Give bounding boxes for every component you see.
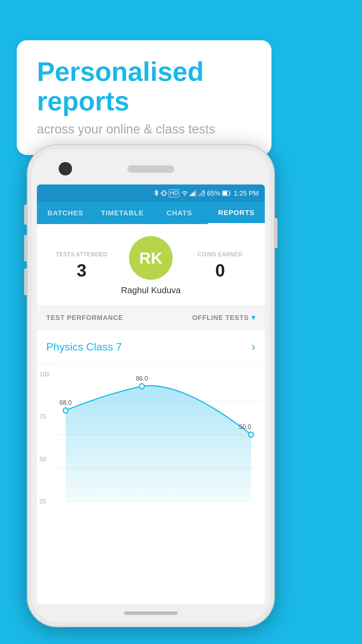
- avatar-block: RK Raghul Kuduva: [116, 236, 186, 296]
- no-signal-icon: [198, 190, 205, 196]
- svg-rect-10: [203, 190, 205, 196]
- phone-inner: HD: [32, 149, 270, 622]
- speech-bubble: Personalised reports across your online …: [17, 40, 272, 155]
- class-name: Physics Class 7: [46, 341, 122, 353]
- bubble-title: Personalised reports: [37, 57, 251, 116]
- svg-rect-3: [190, 194, 191, 196]
- data-label-1: 68.0: [60, 399, 72, 406]
- line-chart: 68.0 86.0 50.0: [55, 368, 261, 502]
- volume-up-button: [24, 205, 27, 225]
- chart-area: 100 75 50 25: [37, 364, 265, 505]
- y-label-100: 100: [40, 371, 50, 378]
- signal-icon: [190, 190, 197, 196]
- nav-tabs: BATCHES TIMETABLE CHATS REPORTS: [37, 202, 265, 224]
- tests-attended-label: TESTS ATTENDED: [47, 252, 116, 258]
- chevron-down-icon: ▾: [251, 313, 255, 322]
- performance-bar: TEST PERFORMANCE OFFLINE TESTS ▾: [37, 306, 265, 330]
- vibrate-icon: [161, 190, 167, 197]
- home-indicator: [124, 611, 178, 615]
- profile-section: TESTS ATTENDED 3 RK Raghul Kuduva COINS …: [37, 224, 265, 306]
- coins-earned-label: COINS EARNED: [185, 252, 255, 258]
- svg-rect-7: [198, 194, 200, 196]
- coins-earned-block: COINS EARNED 0: [185, 252, 255, 280]
- volume-down-button: [24, 235, 27, 262]
- tab-batches[interactable]: BATCHES: [37, 202, 94, 224]
- svg-rect-0: [163, 191, 165, 196]
- test-performance-label: TEST PERFORMANCE: [46, 314, 123, 322]
- svg-rect-13: [223, 192, 227, 195]
- svg-rect-8: [200, 193, 201, 196]
- tab-reports[interactable]: REPORTS: [208, 202, 265, 224]
- tests-attended-block: TESTS ATTENDED 3: [47, 252, 116, 280]
- battery-percent: 65%: [207, 190, 220, 197]
- user-name: Raghul Kuduva: [121, 285, 181, 296]
- y-label-50: 50: [40, 456, 50, 463]
- y-label-75: 75: [40, 413, 50, 420]
- phone-frame: HD: [27, 144, 275, 627]
- coins-earned-value: 0: [185, 260, 255, 280]
- status-bar: HD: [37, 184, 265, 202]
- phone-screen: HD: [37, 184, 265, 604]
- svg-rect-6: [195, 190, 196, 196]
- data-label-2: 86.0: [136, 375, 148, 382]
- camera: [59, 162, 72, 175]
- data-point-2: [139, 384, 144, 389]
- svg-rect-5: [193, 192, 195, 196]
- silent-button: [24, 268, 27, 295]
- bubble-subtitle: across your online & class tests: [37, 122, 251, 137]
- data-label-3: 50.0: [239, 423, 251, 431]
- svg-rect-4: [192, 193, 193, 196]
- chevron-right-icon: ›: [251, 340, 255, 354]
- wifi-icon: [181, 190, 188, 196]
- time: 1:25 PM: [234, 190, 259, 197]
- chart-svg-container: 68.0 86.0 50.0: [55, 368, 261, 502]
- offline-tests-button[interactable]: OFFLINE TESTS ▾: [192, 313, 255, 322]
- battery-icon: [222, 191, 231, 196]
- status-icons: HD: [153, 189, 259, 197]
- hd-label: HD: [169, 189, 180, 197]
- data-point-3: [249, 432, 253, 437]
- data-point-1: [63, 408, 68, 413]
- chart-y-labels: 100 75 50 25: [40, 371, 50, 505]
- tests-attended-value: 3: [47, 260, 116, 280]
- bluetooth-icon: [153, 190, 159, 197]
- chart-fill: [66, 386, 251, 502]
- power-button: [275, 218, 278, 248]
- tab-timetable[interactable]: TIMETABLE: [94, 202, 151, 224]
- y-label-25: 25: [40, 498, 50, 505]
- tab-chats[interactable]: CHATS: [151, 202, 208, 224]
- svg-rect-9: [202, 192, 203, 196]
- speaker: [127, 165, 174, 173]
- avatar: RK: [129, 236, 173, 280]
- class-row[interactable]: Physics Class 7 ›: [37, 330, 265, 364]
